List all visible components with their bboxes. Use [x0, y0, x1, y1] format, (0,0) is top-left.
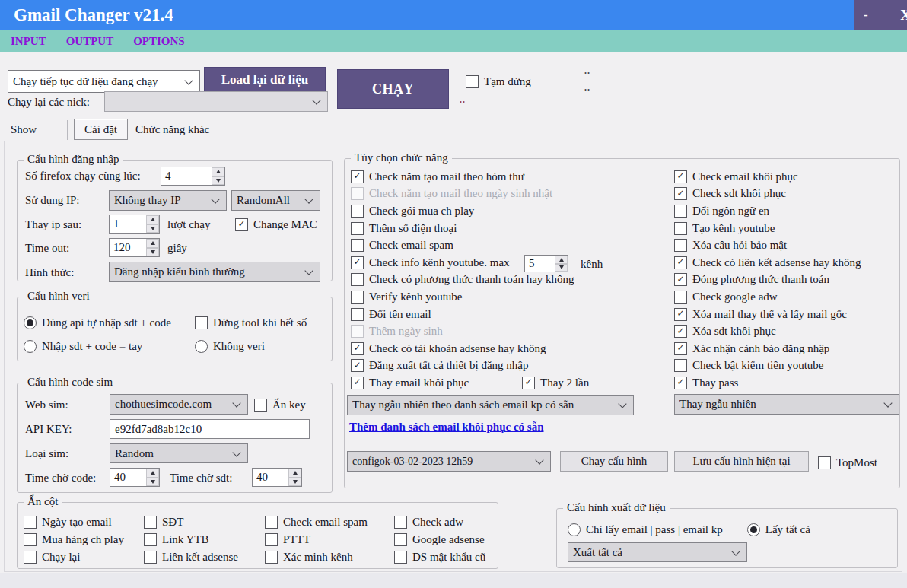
checkbox-item[interactable]: Thay pass	[674, 374, 861, 392]
stop-tool-checkbox[interactable]: Dừng tool khi hết số	[195, 311, 307, 335]
tab-chuc-nang-khac[interactable]: Chức năng khác	[135, 123, 209, 136]
reload-data-button[interactable]: Load lại dữ liệu	[204, 67, 326, 92]
checkbox-icon[interactable]	[674, 359, 687, 372]
radio-item[interactable]: Lấy tất cả	[747, 521, 810, 538]
checkbox-icon[interactable]	[144, 533, 157, 546]
radio-item[interactable]: Nhập sdt + code = tay	[24, 335, 171, 358]
checkbox-icon[interactable]	[674, 170, 687, 183]
max-channels-stepper[interactable]: 5	[524, 255, 568, 272]
checkbox-item[interactable]: Check google adw	[674, 288, 861, 306]
checkbox-icon[interactable]	[394, 533, 407, 546]
checkbox-item[interactable]: Tạm dừng	[466, 73, 531, 90]
radio-item[interactable]: Chỉ lấy email | pass | email kp	[568, 521, 723, 538]
checkbox-icon[interactable]	[674, 222, 687, 235]
checkbox-item[interactable]: DS mật khẩu cũ	[394, 548, 485, 566]
checkbox-icon[interactable]	[24, 551, 37, 564]
checkbox-item[interactable]: Thay 2 lần	[522, 374, 589, 392]
checkbox-icon[interactable]	[674, 308, 687, 321]
checkbox-icon[interactable]	[466, 75, 479, 88]
checkbox-icon[interactable]	[818, 456, 831, 469]
firefox-count-stepper[interactable]: 4	[161, 167, 225, 186]
radio-icon[interactable]	[195, 340, 208, 353]
checkbox-icon[interactable]	[351, 377, 364, 389]
run-config-button[interactable]: Chạy cấu hình	[560, 451, 668, 472]
hide-columns-col4[interactable]: Check adwGoogle adsenseDS mật khẩu cũ	[394, 513, 485, 566]
checkbox-icon[interactable]	[674, 256, 687, 269]
spinner-down-icon[interactable]	[146, 248, 159, 257]
checkbox-item[interactable]: TopMost	[818, 454, 877, 471]
hide-columns-col1[interactable]: Ngày tạo emailMua hàng ch playChạy lại	[24, 513, 124, 566]
checkbox-icon[interactable]	[144, 516, 157, 529]
checkbox-item[interactable]: Check sdt khôi phục	[674, 186, 861, 203]
wait-sdt-stepper[interactable]: 40	[252, 468, 302, 487]
spinner-down-icon[interactable]	[555, 264, 568, 272]
export-mode-radios[interactable]: Chỉ lấy email | pass | email kpLấy tất c…	[568, 521, 810, 538]
checkbox-icon[interactable]	[394, 551, 407, 564]
checkbox-icon[interactable]	[265, 551, 278, 564]
checkbox-item[interactable]: Verify kênh youtube	[351, 288, 574, 306]
spinner-down-icon[interactable]	[212, 176, 224, 186]
rerun-nicks-dropdown[interactable]	[104, 91, 328, 112]
checkbox-icon[interactable]	[674, 291, 687, 304]
checkbox-item[interactable]: Check email spam	[265, 513, 368, 531]
radio-icon[interactable]	[747, 523, 760, 536]
checkbox-item[interactable]: Tạo kênh youtube	[674, 220, 861, 237]
checkbox-item[interactable]: Check email spam	[351, 237, 574, 254]
checkbox-item[interactable]: Xác nhận cảnh báo đăng nhập	[674, 340, 861, 358]
save-config-button[interactable]: Lưu cấu hình hiện tại	[674, 451, 809, 472]
hide-columns-col2[interactable]: SĐTLink YTBLiên kết adsense	[144, 513, 238, 566]
checkbox-icon[interactable]	[351, 359, 364, 372]
spinner-down-icon[interactable]	[288, 478, 301, 487]
checkbox-item[interactable]: Đăng xuất tất cả thiết bị đăng nhập	[351, 358, 574, 375]
add-recovery-list-link[interactable]: Thêm danh sách email khôi phục có sẵn	[349, 421, 543, 434]
checkbox-icon[interactable]	[351, 170, 364, 183]
menu-item-input[interactable]: INPUT	[11, 35, 46, 48]
checkbox-icon[interactable]	[351, 205, 364, 218]
sim-type-dropdown[interactable]: Random	[110, 443, 248, 463]
web-sim-dropdown[interactable]: chothuesimcode.com	[110, 394, 248, 415]
no-veri-radio[interactable]: Không veri	[195, 335, 265, 358]
checkbox-item[interactable]: Change MAC	[235, 216, 317, 233]
radio-icon[interactable]	[24, 340, 37, 353]
checkbox-icon[interactable]	[195, 316, 208, 329]
checkbox-item[interactable]: Check adw	[394, 513, 485, 531]
export-dropdown[interactable]: Xuất tất cả	[568, 542, 747, 562]
pass-mode-dropdown[interactable]: Thay ngẫu nhiên	[674, 394, 899, 415]
checkbox-item[interactable]: SĐT	[144, 513, 238, 531]
checkbox-item[interactable]: Mua hàng ch play	[24, 531, 124, 548]
checkbox-icon[interactable]	[351, 291, 364, 304]
menu-item-options[interactable]: OPTIONS	[133, 35, 185, 48]
checkbox-icon[interactable]	[674, 377, 687, 389]
checkbox-item[interactable]: Check có phương thức thanh toán hay khôn…	[351, 272, 574, 289]
checkbox-icon[interactable]	[144, 551, 157, 564]
run-button[interactable]: CHẠY	[337, 69, 449, 109]
veri-radio-list[interactable]: Dùng api tự nhập sdt + codeNhập sdt + co…	[24, 311, 171, 358]
recovery-mode-dropdown[interactable]: Thay ngẫu nhiên theo danh sách email kp …	[347, 395, 634, 415]
checkbox-icon[interactable]	[235, 218, 248, 231]
change-mac-checkbox[interactable]: Change MAC	[235, 216, 317, 233]
checkbox-item[interactable]: Đóng phương thức thanh toán	[674, 272, 861, 289]
checkbox-icon[interactable]	[351, 342, 364, 355]
checkbox-icon[interactable]	[351, 273, 364, 286]
topmost-checkbox[interactable]: TopMost	[818, 454, 877, 471]
checkbox-icon[interactable]	[351, 222, 364, 235]
ip-mode-dropdown[interactable]: Không thay IP	[109, 190, 227, 211]
checkbox-item[interactable]: Dừng tool khi hết số	[195, 311, 307, 335]
radio-icon[interactable]	[24, 316, 37, 329]
checkbox-item[interactable]: Check có tài khoản adsense hay không	[351, 340, 574, 358]
radio-item[interactable]: Dùng api tự nhập sdt + code	[24, 311, 171, 335]
checkbox-item[interactable]: Đổi ngôn ngữ en	[674, 202, 861, 220]
checkbox-icon[interactable]	[265, 533, 278, 546]
checkbox-item[interactable]: PTTT	[265, 531, 368, 548]
checkbox-item[interactable]: Google adsense	[394, 531, 485, 548]
options-left-list[interactable]: Check năm tạo mail theo hòm thưCheck năm…	[351, 168, 574, 392]
checkbox-item[interactable]: Ngày tạo email	[24, 513, 124, 531]
checkbox-icon[interactable]	[674, 342, 687, 355]
checkbox-item[interactable]: Check bật kiếm tiền youtube	[674, 358, 861, 375]
menu-item-output[interactable]: OUTPUT	[66, 35, 114, 48]
options-right-list[interactable]: Check email khôi phụcCheck sdt khôi phục…	[674, 168, 861, 392]
change-twice-checkbox[interactable]: Thay 2 lần	[522, 374, 589, 392]
spinner-up-icon[interactable]	[146, 215, 159, 224]
checkbox-item[interactable]: Check gói mua ch play	[351, 202, 574, 220]
hide-columns-col3[interactable]: Check email spamPTTTXác minh kênh	[265, 513, 368, 566]
